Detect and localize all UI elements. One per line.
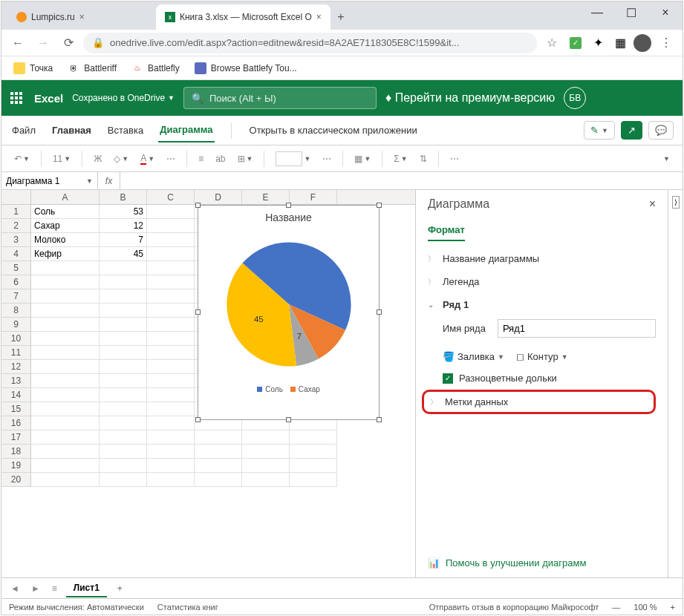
cell[interactable] (290, 445, 337, 459)
search-input[interactable]: 🔍 Поиск (Alt + Ы) (183, 87, 377, 109)
ribbon-chevron[interactable]: ▼ (659, 153, 674, 165)
cell[interactable] (242, 445, 290, 459)
row-header[interactable]: 16 (1, 416, 31, 430)
profile-avatar[interactable] (633, 34, 651, 52)
cell[interactable]: 53 (100, 205, 147, 219)
bookmark-item[interactable]: ♨Battlefly (126, 59, 186, 77)
zoom-in-button[interactable]: + (671, 603, 675, 612)
new-tab-button[interactable]: + (330, 4, 351, 30)
row-header[interactable]: 17 (1, 430, 31, 445)
pie-chart[interactable]: 745 (198, 229, 379, 379)
cell[interactable] (31, 318, 100, 332)
font-size-selector[interactable]: 11 ▼ (49, 151, 74, 166)
cell[interactable]: 12 (100, 219, 147, 233)
number-format-button[interactable]: ▼ (272, 149, 314, 168)
cell[interactable] (31, 416, 100, 430)
menu-button[interactable]: ⋮ (656, 33, 677, 53)
row-header[interactable]: 15 (1, 402, 31, 416)
cell[interactable] (100, 360, 147, 374)
browser-tab[interactable]: Lumpics.ru × (7, 4, 156, 30)
zoom-out-button[interactable]: — (612, 603, 620, 612)
app-launcher-button[interactable] (10, 92, 25, 104)
cell[interactable] (31, 304, 100, 318)
cell[interactable] (195, 473, 242, 487)
cell[interactable] (31, 430, 100, 445)
cell[interactable] (195, 459, 242, 473)
cell[interactable] (147, 247, 195, 261)
expand-data-labels[interactable]: 〉 Метки данных (422, 390, 656, 414)
more-number-button[interactable]: ⋯ (319, 151, 335, 166)
cell[interactable] (31, 332, 100, 346)
extensions-button[interactable]: ✦ (589, 34, 607, 52)
cell[interactable] (147, 388, 195, 402)
autosum-button[interactable]: Σ ▼ (390, 151, 411, 166)
cell[interactable]: Сахар (31, 219, 100, 233)
cell[interactable] (31, 388, 100, 402)
formula-input[interactable] (120, 172, 683, 189)
resize-handle[interactable] (377, 309, 382, 315)
share-button[interactable]: ↗ (621, 121, 642, 140)
chart-object[interactable]: Название 745 Соль Сахар (198, 205, 380, 420)
add-sheet-button[interactable]: + (113, 583, 127, 594)
series-name-input[interactable] (498, 319, 656, 338)
cell[interactable] (100, 346, 147, 360)
zoom-level[interactable]: 100 % (633, 603, 657, 612)
expand-series[interactable]: ⌄Ряд 1 (428, 293, 656, 316)
cell[interactable] (147, 445, 195, 459)
fx-icon[interactable]: fx (98, 172, 120, 189)
cell[interactable] (100, 289, 147, 304)
cell[interactable] (147, 318, 195, 332)
more-font-button[interactable]: ⋯ (163, 151, 179, 166)
cell[interactable] (31, 402, 100, 416)
minimize-button[interactable]: — (580, 1, 614, 24)
cell[interactable] (100, 261, 147, 275)
name-box[interactable]: Диаграмма 1▼ (1, 172, 98, 189)
cell[interactable] (290, 473, 337, 487)
cell[interactable] (100, 473, 147, 487)
row-header[interactable]: 13 (1, 374, 31, 388)
star-icon[interactable]: ☆ (541, 33, 562, 53)
url-input[interactable]: 🔒 onedrive.live.com/edit.aspx?action=edi… (83, 33, 537, 53)
cell[interactable] (31, 473, 100, 487)
col-header[interactable]: D (195, 190, 242, 204)
cell[interactable]: Соль (31, 205, 100, 219)
back-button[interactable]: ← (7, 33, 28, 53)
row-header[interactable]: 20 (1, 473, 31, 487)
cell[interactable] (31, 346, 100, 360)
tab-file[interactable]: Файл (10, 119, 37, 142)
cell[interactable] (100, 388, 147, 402)
editing-mode-button[interactable]: ✎▼ (584, 121, 615, 140)
maximize-button[interactable]: ☐ (614, 1, 648, 24)
sheet-all-button[interactable]: ≡ (49, 583, 60, 594)
cell[interactable] (147, 332, 195, 346)
cell[interactable] (100, 402, 147, 416)
cell[interactable] (147, 402, 195, 416)
align-button[interactable]: ≡ (195, 151, 207, 166)
cell[interactable]: 45 (100, 247, 147, 261)
cell[interactable] (147, 430, 195, 445)
outline-button[interactable]: ◻Контур▼ (516, 351, 568, 362)
sheet-tab[interactable]: Лист1 (66, 580, 107, 597)
tab-chart[interactable]: Диаграмма (158, 118, 214, 142)
close-button[interactable]: × (648, 1, 683, 24)
cell[interactable] (31, 459, 100, 473)
cell[interactable] (147, 360, 195, 374)
undo-button[interactable]: ↶ ▼ (10, 151, 33, 166)
row-header[interactable]: 3 (1, 233, 31, 247)
user-avatar[interactable]: БВ (564, 87, 586, 109)
cell[interactable] (31, 289, 100, 304)
expand-legend[interactable]: 〉Легенда (428, 270, 656, 293)
sheet-nav-next[interactable]: ► (28, 583, 43, 594)
fill-color-button[interactable]: ◇ ▼ (110, 151, 132, 166)
resize-handle[interactable] (286, 417, 291, 422)
cell[interactable] (31, 445, 100, 459)
conditional-format-button[interactable]: ▦ ▼ (351, 151, 374, 166)
forward-button[interactable]: → (33, 33, 53, 53)
open-in-desktop[interactable]: Открыть в классическом приложении (248, 119, 419, 142)
cell[interactable] (147, 233, 195, 247)
cell[interactable] (100, 332, 147, 346)
col-header[interactable]: C (147, 190, 195, 204)
row-header[interactable]: 5 (1, 261, 31, 275)
row-header[interactable]: 4 (1, 247, 31, 261)
premium-link[interactable]: ♦ Перейти на премиум-версию (385, 91, 555, 105)
